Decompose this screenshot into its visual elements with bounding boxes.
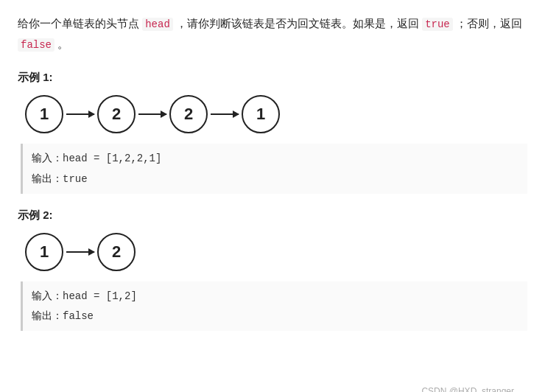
example2-block: 示例 2: 1 2 输入：head = [1,2] 输出：false <box>18 209 527 331</box>
node-1-1: 1 <box>25 95 63 133</box>
example2-diagram: 1 2 <box>25 233 527 271</box>
example1-output-code: true <box>63 173 88 185</box>
arrow-4 <box>66 251 94 253</box>
node-1-4: 1 <box>242 95 280 133</box>
desc-text-middle: ，请你判断该链表是否为回文链表。如果是，返回 <box>173 17 422 29</box>
example1-input-label: 输入： <box>32 152 63 164</box>
example1-input-line: 输入：head = [1,2,2,1] <box>32 148 518 169</box>
desc-code3: false <box>18 38 54 52</box>
problem-description: 给你一个单链表的头节点 head ，请你判断该链表是否为回文链表。如果是，返回 … <box>18 13 527 55</box>
example2-input-code: head = [1,2] <box>63 290 137 302</box>
example1-io: 输入：head = [1,2,2,1] 输出：true <box>21 144 527 193</box>
desc-text-and: ；否则，返回 <box>453 17 522 29</box>
example1-block: 示例 1: 1 2 2 1 输入：head = [1,2,2,1] 输出：tru… <box>18 71 527 193</box>
watermark: CSDN @HXD_stranger <box>421 386 514 392</box>
example1-output-line: 输出：true <box>32 169 518 189</box>
example2-output-code: false <box>63 310 94 322</box>
desc-text-end: 。 <box>54 38 68 50</box>
node-2-2: 2 <box>97 233 136 271</box>
arrow-2 <box>138 113 166 115</box>
example2-input-line: 输入：head = [1,2] <box>32 286 518 307</box>
example2-io: 输入：head = [1,2] 输出：false <box>21 281 527 331</box>
arrow-1 <box>66 113 94 115</box>
desc-code2: true <box>422 18 453 31</box>
arrow-3 <box>211 113 239 115</box>
arrow-line-1 <box>66 113 94 115</box>
example2-input-label: 输入： <box>32 290 63 301</box>
node-1-2: 2 <box>97 95 136 133</box>
arrow-line-4 <box>66 251 94 253</box>
node-1-3: 2 <box>169 95 208 133</box>
example2-title: 示例 2: <box>18 209 527 223</box>
node-2-1: 1 <box>25 233 63 271</box>
page-wrapper: 给你一个单链表的头节点 head ，请你判断该链表是否为回文链表。如果是，返回 … <box>18 13 527 392</box>
example1-input-code: head = [1,2,2,1] <box>63 153 161 164</box>
arrow-line-3 <box>211 113 239 115</box>
example2-output-label: 输出： <box>32 309 63 321</box>
example2-output-line: 输出：false <box>32 306 518 326</box>
desc-code1: head <box>142 18 173 31</box>
arrow-line-2 <box>138 113 166 115</box>
desc-text-before: 给你一个单链表的头节点 <box>18 17 142 29</box>
example1-output-label: 输出： <box>32 172 63 184</box>
example1-diagram: 1 2 2 1 <box>25 95 527 133</box>
example1-title: 示例 1: <box>18 71 527 85</box>
